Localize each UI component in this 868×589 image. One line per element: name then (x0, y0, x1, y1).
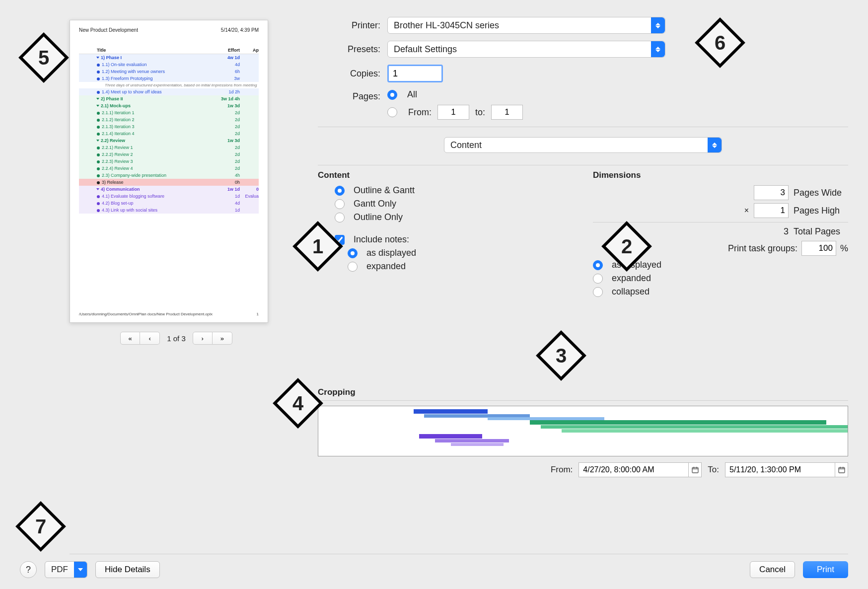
content-section: Content Outline & Gantt Gantt Only Outli… (318, 170, 573, 300)
preview-row: 1.4) Meet up to show off ideas1d 2h (79, 88, 259, 95)
preview-row: 2.1.2) Iteration 22d (79, 116, 259, 123)
preview-row: 2.2.3) Review 32d (79, 158, 259, 165)
cropping-section: Cropping From: To: (318, 387, 848, 477)
chevron-updown-icon (651, 17, 665, 33)
calendar-icon[interactable] (688, 463, 701, 477)
content-gantt-only-radio[interactable] (335, 199, 345, 209)
preview-row: 1.3) Freeform Prototyping3w (79, 75, 259, 82)
preview-row: 2.2.1) Review 12d (79, 144, 259, 151)
footer-page: 1 (257, 312, 259, 316)
content-heading: Content (318, 170, 573, 180)
help-button[interactable]: ? (20, 561, 37, 578)
section-select[interactable]: Content (444, 137, 722, 153)
annotation-7: 7 (15, 501, 66, 552)
preview-row: 2.1.3) Iteration 32d (79, 123, 259, 130)
svg-rect-0 (692, 467, 698, 473)
svg-rect-1 (839, 467, 845, 473)
preview-row: 2.1) Mock-ups1w 3d (79, 102, 259, 109)
presets-select[interactable]: Default Settings (387, 41, 665, 58)
footer-path: /Users/dlonning/Documents/OmniPlan docs/… (79, 312, 213, 316)
task-groups-percent-input[interactable] (801, 241, 836, 256)
preview-row: 2.1.1) Iteration 12d (79, 109, 259, 116)
annotation-3: 3 (536, 330, 586, 381)
preview-row: 2.2.2) Review 22d (79, 151, 259, 158)
pages-wide-input[interactable] (754, 185, 789, 200)
preview-row: 2.1.4) Iteration 42d (79, 130, 259, 137)
crop-from-label: From: (551, 465, 573, 475)
dimensions-heading: Dimensions (593, 170, 848, 180)
pages-high-input[interactable] (754, 203, 789, 218)
annotation-4: 4 (273, 378, 323, 429)
dialog-footer: ? PDF Hide Details Cancel Print (0, 550, 868, 589)
print-options: Printer: Brother HL-3045CN series Preset… (318, 17, 848, 300)
pages-from-label: From: (408, 107, 432, 118)
crop-from-field[interactable] (579, 462, 702, 477)
preview-row: 2.2.4) Review 42d (79, 165, 259, 172)
pages-all-label: All (407, 89, 417, 100)
preview-row: 1.2) Meeting with venue owners6h (79, 68, 259, 75)
preview-row: 2.3) Company-wide presentation4h (79, 172, 259, 179)
tg-collapsed-radio[interactable] (593, 287, 603, 297)
pages-label: Pages: (318, 89, 387, 102)
chevron-updown-icon (708, 138, 722, 152)
pages-to-input[interactable] (491, 105, 523, 120)
total-pages-value: 3 (784, 226, 789, 237)
print-button[interactable]: Print (803, 561, 848, 578)
hide-details-button[interactable]: Hide Details (95, 561, 160, 578)
preview-pager: « ‹ 1 of 3 › » (70, 332, 283, 345)
preview-row: 1.1) On-site evaluation4d (79, 61, 259, 68)
preview-column-headers: Title Effort Ap (79, 47, 259, 54)
cropping-heading: Cropping (318, 387, 848, 397)
notes-expanded-radio[interactable] (348, 262, 358, 272)
crop-to-label: To: (708, 465, 719, 475)
preview-page: New Product Development 5/14/20, 4:39 PM… (70, 20, 268, 323)
preview-row: 4) Communication1w 1d0 (79, 186, 259, 193)
tg-as-displayed-radio[interactable] (593, 260, 603, 270)
pager-label: 1 of 3 (167, 334, 186, 343)
preview-row: 1) Phase I4w 1d (79, 54, 259, 61)
content-outline-gantt-radio[interactable] (335, 186, 345, 196)
first-page-button[interactable]: « (120, 332, 140, 345)
cropping-timeline[interactable] (318, 406, 848, 456)
printer-select[interactable]: Brother HL-3045CN series (387, 17, 665, 34)
task-groups-label: Print task groups: (728, 243, 797, 254)
crop-to-input[interactable] (725, 465, 835, 474)
pdf-menu-button[interactable]: PDF (45, 561, 87, 578)
pages-from-input[interactable] (437, 105, 469, 120)
annotation-5: 5 (18, 32, 69, 83)
pages-range-radio[interactable] (387, 107, 397, 117)
preview-row: 4.1) Evaluate blogging software1dEvalua (79, 193, 259, 200)
preview-rows: 1) Phase I4w 1d1.1) On-site evaluation4d… (79, 54, 259, 214)
prev-page-button[interactable]: ‹ (140, 332, 160, 345)
notes-as-displayed-radio[interactable] (348, 248, 358, 258)
crop-to-field[interactable] (725, 462, 848, 477)
print-dialog: 5 6 1 2 3 4 7 New Product Development 5/… (0, 0, 868, 589)
tg-expanded-radio[interactable] (593, 274, 603, 284)
content-outline-only-radio[interactable] (335, 213, 345, 222)
doc-title: New Product Development (79, 27, 138, 33)
print-preview: New Product Development 5/14/20, 4:39 PM… (70, 20, 283, 345)
copies-label: Copies: (318, 69, 387, 79)
preview-row: 3) Release0h (79, 179, 259, 186)
presets-label: Presets: (318, 44, 387, 55)
chevron-updown-icon (651, 41, 665, 57)
pages-all-radio[interactable] (387, 90, 397, 100)
crop-from-input[interactable] (579, 465, 688, 474)
cancel-button[interactable]: Cancel (750, 561, 795, 578)
preview-row: 4.3) Link up with social sites1d (79, 207, 259, 214)
preview-row: 2) Phase II3w 1d 4h (79, 95, 259, 102)
last-page-button[interactable]: » (213, 332, 232, 345)
next-page-button[interactable]: › (193, 332, 213, 345)
copies-input[interactable] (387, 65, 443, 82)
calendar-icon[interactable] (835, 463, 848, 477)
printer-label: Printer: (318, 20, 387, 31)
preview-row: 4.2) Blog set-up4d (79, 200, 259, 207)
preview-row: 2.2) Review1w 3d (79, 137, 259, 144)
doc-timestamp: 5/14/20, 4:39 PM (221, 27, 259, 33)
pages-to-label: to: (475, 107, 485, 118)
chevron-down-icon (74, 562, 87, 578)
